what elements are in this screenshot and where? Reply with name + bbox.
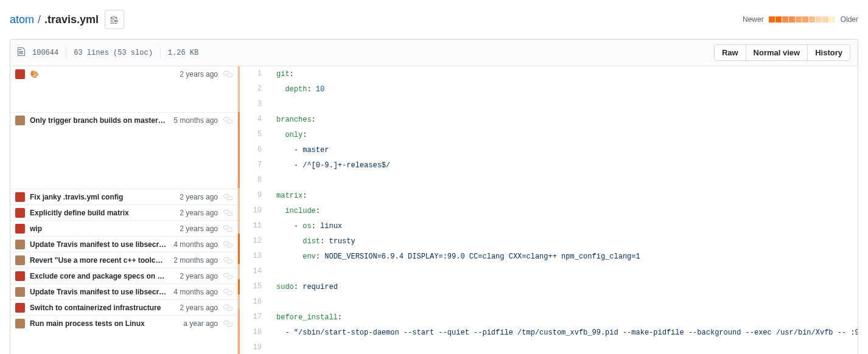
reblame-icon[interactable] <box>223 116 233 125</box>
view-buttons: Raw Normal view History <box>714 44 850 61</box>
breadcrumb: atom / .travis.yml <box>10 10 124 29</box>
avatar[interactable] <box>15 192 25 202</box>
code-line[interactable] <box>269 173 858 188</box>
commit-time: a year ago <box>183 319 218 328</box>
reblame-icon[interactable] <box>223 319 233 328</box>
line-number[interactable]: 12 <box>240 234 269 249</box>
history-button[interactable]: History <box>807 44 850 61</box>
code-line[interactable]: - master <box>269 142 858 158</box>
line-number[interactable]: 14 <box>240 264 269 279</box>
avatar[interactable] <box>15 208 25 218</box>
code-line[interactable]: dist: trusty <box>269 234 858 249</box>
line-number[interactable]: 7 <box>240 158 269 173</box>
blame-hunk[interactable]: Update Travis manifest to use libsecr…4 … <box>10 284 237 299</box>
blame-hunk[interactable]: Switch to containerized infrastructure2 … <box>10 300 237 315</box>
line-number[interactable]: 5 <box>240 127 269 142</box>
reblame-icon[interactable] <box>223 287 233 297</box>
normal-view-button[interactable]: Normal view <box>746 44 808 61</box>
file-mode: 100644 <box>32 49 58 57</box>
avatar[interactable] <box>15 319 25 328</box>
commit-message[interactable]: Fix janky .travis.yml config <box>30 193 175 201</box>
avatar[interactable] <box>15 271 25 281</box>
copy-path-button[interactable] <box>105 10 124 29</box>
code-line[interactable]: only: <box>269 127 858 142</box>
blame-hunk[interactable]: Run main process tests on Linuxa year ag… <box>10 316 237 331</box>
code-line[interactable]: git: <box>269 66 858 82</box>
line-number[interactable]: 9 <box>240 188 269 203</box>
reblame-icon[interactable] <box>223 240 233 249</box>
blame-hunk[interactable]: Only trigger branch builds on master…5 m… <box>10 113 237 128</box>
blame-hunk[interactable]: Explicitly define build matrix2 years ag… <box>10 205 237 220</box>
repo-link[interactable]: atom <box>10 13 34 26</box>
code-line[interactable] <box>269 264 858 279</box>
reblame-icon[interactable] <box>223 208 233 218</box>
blame-hunk[interactable]: Revert "Use a more recent c++ toolc…2 mo… <box>10 252 237 268</box>
commit-message[interactable]: Exclude core and package specs on … <box>30 272 175 280</box>
avatar[interactable] <box>15 69 25 79</box>
commit-message[interactable]: Switch to containerized infrastructure <box>30 304 175 312</box>
commit-message[interactable]: wip <box>30 224 175 233</box>
commit-message[interactable]: Explicitly define build matrix <box>30 209 175 217</box>
code-line[interactable]: branches: <box>269 112 858 127</box>
blame-hunk[interactable]: Exclude core and package specs on …2 yea… <box>10 268 237 283</box>
avatar[interactable] <box>15 303 25 313</box>
code-line[interactable]: include: <box>269 203 858 218</box>
line-number[interactable]: 19 <box>240 340 269 354</box>
code-line[interactable]: sudo: required <box>269 279 858 294</box>
commit-message[interactable]: Revert "Use a more recent c++ toolc… <box>30 256 169 265</box>
reblame-icon[interactable] <box>223 192 233 202</box>
line-number[interactable]: 17 <box>240 310 269 325</box>
commit-time: 2 years ago <box>180 209 218 217</box>
line-number[interactable]: 13 <box>240 249 269 264</box>
line-number[interactable]: 11 <box>240 218 269 234</box>
line-number[interactable]: 6 <box>240 142 269 158</box>
commit-message[interactable]: Update Travis manifest to use libsecr… <box>30 288 169 296</box>
line-number-column: 12345678910111213141516171819 <box>240 66 269 354</box>
avatar[interactable] <box>15 255 25 265</box>
reblame-icon[interactable] <box>223 271 233 281</box>
commit-time: 2 years ago <box>180 224 218 233</box>
reblame-icon[interactable] <box>223 303 233 313</box>
line-number[interactable]: 15 <box>240 279 269 294</box>
blame-hunk[interactable]: wip2 years ago <box>10 221 237 236</box>
line-number[interactable]: 2 <box>240 82 269 97</box>
commit-time: 2 years ago <box>180 70 218 78</box>
code-line[interactable]: matrix: <box>269 188 858 203</box>
code-line[interactable] <box>269 340 858 354</box>
blame-gutter: 🎨2 years agoOnly trigger branch builds o… <box>10 66 238 354</box>
reblame-icon[interactable] <box>223 224 233 234</box>
line-number[interactable]: 8 <box>240 173 269 188</box>
reblame-icon[interactable] <box>223 69 233 79</box>
commit-time: 2 years ago <box>180 304 218 312</box>
code-line[interactable]: - /^[0-9.]+-releases$/ <box>269 158 858 173</box>
blame-hunk[interactable]: 🎨2 years ago <box>10 66 237 82</box>
line-number[interactable]: 10 <box>240 203 269 218</box>
line-number[interactable]: 3 <box>240 97 269 112</box>
avatar[interactable] <box>15 287 25 297</box>
blame-hunk[interactable]: Fix janky .travis.yml config2 years ago <box>10 189 237 204</box>
newer-label: Newer <box>743 15 764 24</box>
code-line[interactable]: - os: linux <box>269 218 858 234</box>
line-number[interactable]: 1 <box>240 66 269 82</box>
commit-message[interactable]: Run main process tests on Linux <box>30 319 178 328</box>
commit-message[interactable]: Only trigger branch builds on master… <box>30 116 169 125</box>
code-line[interactable]: - "/sbin/start-stop-daemon --start --qui… <box>269 325 858 340</box>
line-number[interactable]: 18 <box>240 325 269 340</box>
code-line[interactable]: env: NODE_VERSION=6.9.4 DISPLAY=:99.0 CC… <box>269 249 858 264</box>
commit-time: 4 months ago <box>173 288 218 296</box>
avatar[interactable] <box>15 116 25 125</box>
reblame-icon[interactable] <box>223 255 233 265</box>
avatar[interactable] <box>15 240 25 249</box>
line-number[interactable]: 16 <box>240 294 269 310</box>
code-line[interactable]: depth: 10 <box>269 82 858 97</box>
avatar[interactable] <box>15 224 25 234</box>
code-line[interactable] <box>269 294 858 310</box>
code-line[interactable]: before_install: <box>269 310 858 325</box>
commit-message[interactable]: Update Travis manifest to use libsecr… <box>30 240 169 249</box>
raw-button[interactable]: Raw <box>714 44 746 61</box>
line-number[interactable]: 4 <box>240 112 269 127</box>
older-label: Older <box>841 15 858 24</box>
age-legend: Newer Older <box>743 15 858 24</box>
blame-hunk[interactable]: Update Travis manifest to use libsecr…4 … <box>10 237 237 252</box>
code-line[interactable] <box>269 97 858 112</box>
